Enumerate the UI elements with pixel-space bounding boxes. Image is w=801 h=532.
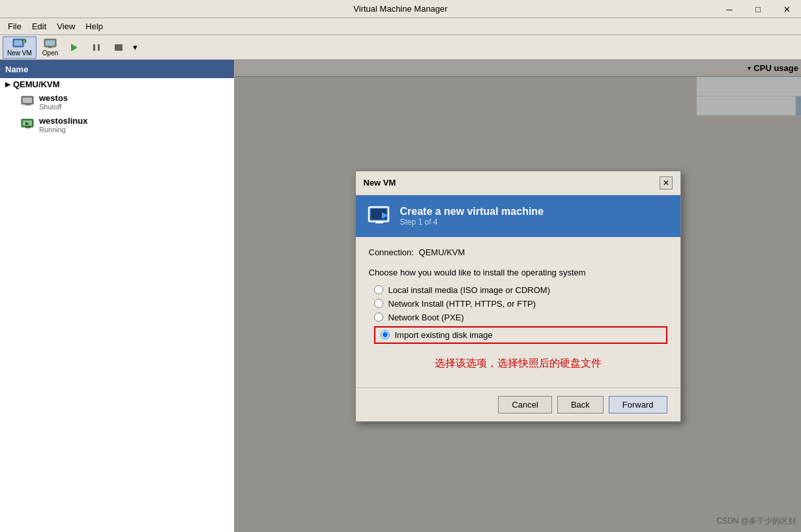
title-bar: Virtual Machine Manager ─ □ ✕ <box>0 0 801 18</box>
sidebar-group-qemu[interactable]: ▶ QEMU/KVM <box>0 78 234 91</box>
sidebar-header: Name <box>0 60 234 78</box>
radio-label-local: Local install media (ISO image or CDROM) <box>388 285 551 295</box>
radio-import[interactable] <box>381 330 390 339</box>
svg-rect-12 <box>23 98 32 103</box>
annotation-text: 选择该选项，选择快照后的硬盘文件 <box>369 357 667 371</box>
svg-rect-5 <box>46 40 55 46</box>
list-item[interactable]: westoslinux Running <box>0 113 234 136</box>
pause-button[interactable] <box>86 36 107 59</box>
dialog-header-title: Create a new virtual machine <box>400 206 544 217</box>
vm-name-westos: westos <box>39 93 68 103</box>
vm-monitor-icon <box>21 96 35 108</box>
dialog-header: Create a new virtual machine Step 1 of 4 <box>356 195 680 237</box>
window-controls: ─ □ ✕ <box>715 0 801 18</box>
new-vm-button[interactable]: + New VM <box>3 36 36 59</box>
radio-label-import: Import existing disk image <box>395 330 493 340</box>
radio-local[interactable] <box>374 285 383 294</box>
cancel-button[interactable]: Cancel <box>498 396 551 413</box>
svg-rect-16 <box>25 127 31 128</box>
svg-rect-20 <box>375 221 383 223</box>
dialog-body: Connection: QEMU/KVM Choose how you woul… <box>356 237 680 387</box>
dialog-title: New VM <box>364 178 396 188</box>
monitor-icon <box>43 38 57 49</box>
vm-status-westoslinux: Running <box>39 126 87 133</box>
list-item[interactable]: westos Shutoff <box>0 91 234 113</box>
back-button[interactable]: Back <box>557 396 604 413</box>
content-area: ▾ CPU usage New VM ✕ <box>235 60 801 532</box>
play-button[interactable] <box>64 36 85 59</box>
svg-text:+: + <box>23 39 25 43</box>
menu-help[interactable]: Help <box>80 20 108 33</box>
svg-rect-9 <box>98 44 100 51</box>
radio-group: Local install media (ISO image or CDROM)… <box>374 285 667 344</box>
new-vm-icon: + <box>12 38 27 49</box>
toolbar: + New VM Open ▾ <box>0 35 801 60</box>
svg-rect-13 <box>25 104 31 105</box>
menu-bar: File Edit View Help <box>0 18 801 35</box>
radio-label-pxe: Network Boot (PXE) <box>388 313 464 322</box>
stop-button[interactable] <box>108 36 129 59</box>
radio-pxe[interactable] <box>374 313 383 322</box>
toolbar-dropdown[interactable]: ▾ <box>130 41 140 53</box>
open-button[interactable]: Open <box>38 36 63 59</box>
sidebar-name-label: Name <box>5 64 28 74</box>
radio-option-local[interactable]: Local install media (ISO image or CDROM) <box>374 285 667 295</box>
vm-play-icon <box>21 119 35 131</box>
pause-icon <box>91 42 102 53</box>
forward-button[interactable]: Forward <box>609 396 667 413</box>
restore-button[interactable]: □ <box>744 0 772 18</box>
app-title: Virtual Machine Manager <box>353 4 447 14</box>
svg-rect-10 <box>115 44 123 51</box>
install-question: Choose how you would like to install the… <box>369 268 667 277</box>
radio-option-network[interactable]: Network Install (HTTP, HTTPS, or FTP) <box>374 299 667 309</box>
dialog-title-bar: New VM ✕ <box>356 171 680 195</box>
close-button[interactable]: ✕ <box>772 0 801 18</box>
dialog-header-subtitle: Step 1 of 4 <box>400 217 544 227</box>
vm-name-westoslinux: westoslinux <box>39 116 87 126</box>
dialog-header-icon <box>366 203 392 229</box>
svg-rect-8 <box>93 44 95 51</box>
play-icon <box>68 42 80 53</box>
new-vm-dialog: New VM ✕ <box>355 171 681 422</box>
vm-status-westos: Shutoff <box>39 103 68 111</box>
menu-file[interactable]: File <box>3 20 27 33</box>
dialog-close-button[interactable]: ✕ <box>660 176 673 189</box>
menu-view[interactable]: View <box>51 20 80 33</box>
radio-option-pxe[interactable]: Network Boot (PXE) <box>374 313 667 322</box>
svg-rect-6 <box>48 47 52 48</box>
svg-rect-1 <box>14 40 22 46</box>
connection-line: Connection: QEMU/KVM <box>369 247 667 257</box>
main-area: Name ▶ QEMU/KVM westos Shutoff <box>0 60 801 532</box>
minimize-button[interactable]: ─ <box>715 0 744 18</box>
sidebar: Name ▶ QEMU/KVM westos Shutoff <box>0 60 235 532</box>
stop-icon <box>113 42 124 53</box>
dialog-footer: Cancel Back Forward <box>356 387 680 421</box>
connection-label: Connection: <box>369 247 414 257</box>
modal-overlay: New VM ✕ <box>235 60 801 532</box>
svg-marker-7 <box>71 44 78 51</box>
radio-network[interactable] <box>374 299 383 308</box>
menu-edit[interactable]: Edit <box>27 20 51 33</box>
radio-option-import-highlighted[interactable]: Import existing disk image <box>374 326 667 344</box>
radio-label-network: Network Install (HTTP, HTTPS, or FTP) <box>388 299 536 309</box>
connection-value: QEMU/KVM <box>419 247 465 257</box>
chevron-icon: ▶ <box>5 81 10 88</box>
group-label: QEMU/KVM <box>13 79 60 89</box>
